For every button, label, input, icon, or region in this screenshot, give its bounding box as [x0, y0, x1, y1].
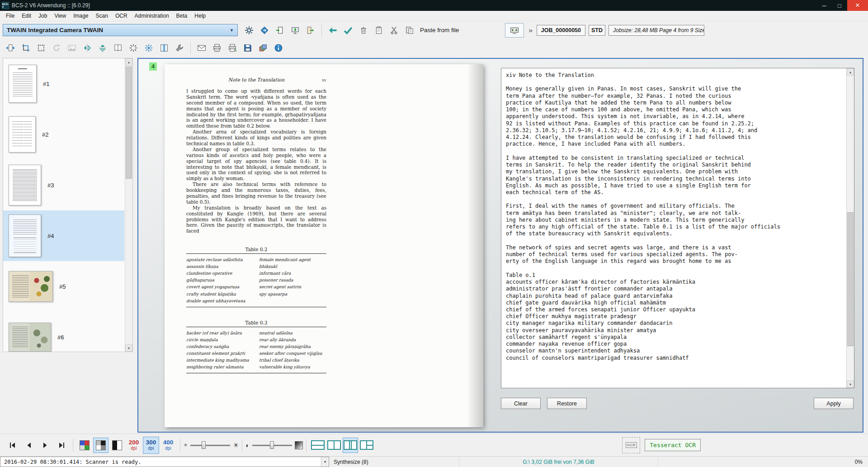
print-button[interactable] — [210, 41, 224, 55]
view-horizontal-split-button[interactable] — [310, 438, 326, 453]
dpi-200-button[interactable]: 200 dpi — [126, 437, 142, 454]
page-stage[interactable]: 4 Note to the Translation xv I struggled… — [138, 59, 496, 432]
thumbnail-image-6[interactable] — [9, 323, 51, 352]
ocr-textarea[interactable]: xiv Note to the Translation Money is gen… — [501, 68, 846, 388]
mail-button[interactable] — [194, 41, 209, 55]
menu-item-scan[interactable]: Scan — [92, 11, 112, 20]
view-book-mode-button[interactable] — [343, 438, 358, 453]
apply-button[interactable]: Apply — [814, 398, 854, 409]
menu-item-edit[interactable]: Edit — [18, 11, 35, 20]
tesseract-ocr-button[interactable]: Tesseract OCR — [645, 439, 701, 451]
copy-page-button[interactable] — [372, 23, 386, 38]
menu-item-ocr[interactable]: OCR — [112, 11, 131, 20]
last-page-button[interactable] — [54, 438, 69, 453]
brightness-slider[interactable] — [190, 441, 230, 450]
crop-button[interactable] — [19, 41, 33, 55]
ocr-zone-button[interactable]: OCR — [622, 437, 640, 453]
undo-button[interactable] — [326, 23, 340, 38]
book-paragraph: Another group of specialized terms relat… — [186, 147, 326, 181]
scroll-down-icon[interactable]: ▼ — [125, 344, 132, 352]
view-vertical-split-button[interactable] — [326, 438, 342, 453]
menu-item-administration[interactable]: Administration — [131, 11, 173, 20]
thumbnail-row-2[interactable]: #2 — [3, 109, 124, 160]
cut-page-button[interactable] — [387, 23, 401, 38]
toolbar-overflow-chevron[interactable]: » — [528, 26, 533, 34]
thumbnail-scrollbar[interactable]: ▲ ▼ — [125, 58, 132, 352]
ocr-scrollbar[interactable]: ▲ ▼ — [846, 68, 854, 388]
close-button[interactable]: × — [847, 0, 868, 11]
restore-button[interactable]: Restore — [547, 398, 587, 409]
thumbnail-image-1[interactable] — [9, 65, 37, 103]
scan-page-button[interactable] — [273, 23, 287, 38]
select-region-button[interactable] — [34, 41, 48, 55]
thumbnail-row-6[interactable]: #6 — [3, 312, 124, 352]
mirror-horizontal-button[interactable] — [80, 41, 94, 55]
vertical-split-icon — [327, 440, 341, 450]
first-page-button[interactable] — [5, 438, 20, 453]
scroll-up-icon[interactable]: ▲ — [847, 68, 854, 76]
slider-thumb[interactable] — [202, 441, 206, 449]
save-button[interactable] — [241, 41, 255, 55]
compress-button[interactable] — [126, 41, 141, 55]
menu-item-help[interactable]: Help — [191, 11, 209, 20]
scan-to-screen-button[interactable] — [288, 23, 302, 38]
minimize-button[interactable]: ─ — [816, 0, 832, 11]
thumbnail-row-5[interactable]: #5 — [3, 261, 124, 312]
dpi-300-button[interactable]: 300 dpi — [143, 437, 159, 454]
table-rule — [186, 327, 326, 327]
mirror-vertical-button[interactable] — [95, 41, 110, 55]
thumbnail-row-4-selected[interactable]: #4 — [3, 210, 124, 261]
thumbnail-image-3[interactable] — [9, 165, 41, 205]
grayscale-mode-button[interactable] — [93, 438, 108, 453]
thumbnail-image-4[interactable] — [9, 214, 41, 257]
menu-item-job[interactable]: Job — [35, 11, 51, 20]
menu-item-beta[interactable]: Beta — [173, 11, 191, 20]
menu-item-file[interactable]: File — [2, 11, 18, 20]
status-synthesize: Synthesize (8) — [329, 457, 459, 467]
maximize-button[interactable]: □ — [832, 0, 847, 11]
thumbnail-image-2[interactable] — [9, 116, 36, 152]
thumbnail-image-5[interactable] — [9, 271, 53, 302]
scan-control-button[interactable] — [257, 23, 272, 38]
accept-button[interactable] — [341, 23, 355, 38]
status-message-combo[interactable]: 2016-02-29 08:30:01.414: Scanner is read… — [0, 457, 329, 467]
scanner-settings-button[interactable] — [242, 23, 256, 38]
split-view-button[interactable] — [157, 41, 171, 55]
fit-page-button[interactable] — [3, 41, 18, 55]
scroll-down-icon[interactable]: ▼ — [847, 381, 854, 388]
scrollbar-thumb[interactable] — [847, 212, 854, 347]
slider-thumb[interactable] — [270, 441, 274, 449]
delete-page-button[interactable] — [356, 23, 371, 38]
previous-page-button[interactable] — [21, 438, 37, 453]
paste-page-button[interactable] — [402, 23, 417, 38]
scanner-select[interactable]: TWAIN Integrated Camera TWAIN ▼ — [3, 24, 238, 36]
table-rule — [186, 253, 326, 254]
chevron-down-icon[interactable]: ▼ — [321, 457, 329, 467]
info-button[interactable] — [271, 41, 286, 55]
contrast-slider[interactable] — [252, 441, 292, 450]
image-export-button[interactable] — [65, 41, 79, 55]
display-mode-button[interactable] — [505, 23, 524, 38]
exit-job-button[interactable] — [303, 23, 318, 38]
table-row: rear ally ākranda — [259, 336, 326, 343]
thumbnail-row-1[interactable]: #1 — [3, 58, 124, 109]
color-mode-button[interactable] — [77, 438, 92, 453]
scanned-page-image[interactable]: Note to the Translation xv I struggled t… — [165, 64, 483, 427]
menu-item-view[interactable]: View — [51, 11, 70, 20]
dpi-400-button[interactable]: 400 dpi — [160, 437, 176, 454]
book-split-button[interactable] — [111, 41, 125, 55]
view-book-split-button[interactable] — [359, 438, 374, 453]
tools-button[interactable] — [172, 41, 187, 55]
thumbnail-text-lines — [13, 72, 33, 98]
clear-button[interactable]: Clear — [501, 398, 541, 409]
bw-mode-button[interactable] — [109, 438, 125, 453]
print-scan-button[interactable] — [225, 41, 240, 55]
scrollbar-thumb[interactable] — [126, 67, 132, 179]
menu-item-image[interactable]: Image — [70, 11, 92, 20]
rotate-button[interactable] — [49, 41, 64, 55]
scroll-up-icon[interactable]: ▲ — [125, 58, 132, 66]
next-page-button[interactable] — [38, 438, 53, 453]
compress-blue-button[interactable] — [142, 41, 156, 55]
thumbnail-row-3[interactable]: #3 — [3, 160, 124, 210]
batch-stack-button[interactable] — [256, 41, 270, 55]
